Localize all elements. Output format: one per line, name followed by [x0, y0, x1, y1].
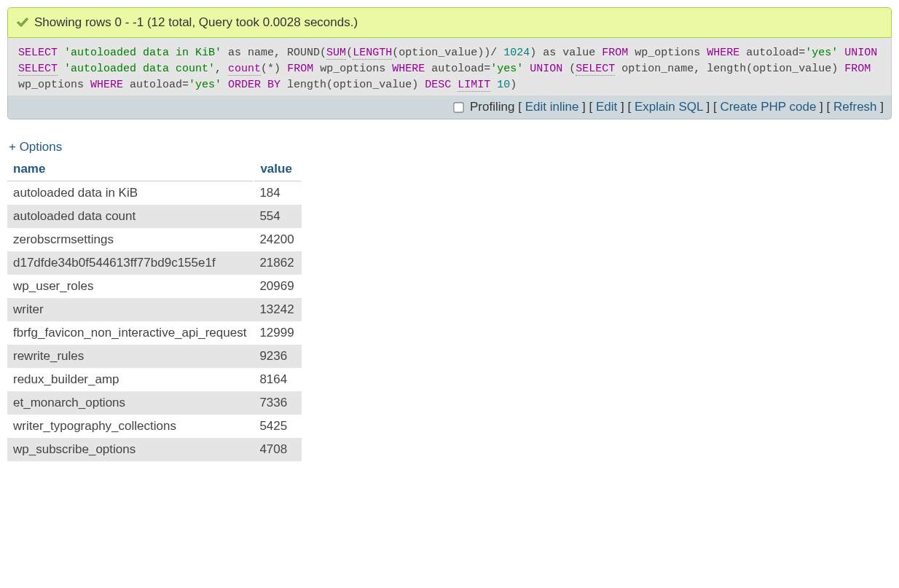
sql-token: 'yes' — [189, 79, 221, 91]
table-row[interactable]: redux_builder_amp8164 — [7, 368, 302, 391]
cell-name: rewrite_rules — [7, 345, 254, 368]
table-row[interactable]: et_monarch_options7336 — [7, 391, 302, 415]
sql-query-display: SELECT 'autoloaded data in KiB' as name,… — [7, 38, 892, 95]
options-toggle[interactable]: + Options — [9, 140, 62, 154]
cell-name: fbrfg_favicon_non_interactive_api_reques… — [7, 321, 254, 345]
cell-value: 21862 — [254, 251, 301, 275]
table-header-row: name value — [7, 157, 302, 181]
sql-token: SELECT — [18, 63, 58, 76]
cell-name: writer_typography_collections — [7, 415, 254, 438]
sql-token: 'yes' — [805, 47, 838, 59]
action-link-edit[interactable]: Edit — [596, 100, 617, 114]
sort-name-link[interactable]: name — [13, 162, 45, 176]
sql-token: 1024 — [503, 47, 530, 59]
sql-token: 'yes' — [490, 63, 523, 75]
cell-value: 184 — [254, 181, 301, 205]
sql-token: LENGTH — [353, 47, 392, 60]
cell-name: wp_user_roles — [7, 275, 254, 298]
profiling-label: Profiling — [470, 100, 514, 114]
column-header-name[interactable]: name — [7, 157, 254, 181]
table-row[interactable]: writer13242 — [7, 298, 302, 321]
cell-value: 20969 — [254, 275, 301, 298]
sort-value-link[interactable]: value — [260, 162, 291, 176]
sql-token: SELECT — [18, 47, 58, 59]
cell-name: wp_subscribe_options — [7, 438, 254, 461]
cell-value: 12999 — [254, 321, 301, 345]
table-row[interactable]: zerobscrmsettings24200 — [7, 228, 302, 251]
table-row[interactable]: autoloaded data in KiB184 — [7, 181, 302, 205]
sql-token: SUM — [326, 47, 346, 60]
table-row[interactable]: rewrite_rules9236 — [7, 345, 302, 368]
sql-token: 'autoloaded data count' — [64, 63, 215, 75]
sql-token: FROM — [287, 63, 313, 75]
action-link-refresh[interactable]: Refresh — [833, 100, 877, 114]
sql-token: count — [228, 63, 261, 76]
table-row[interactable]: writer_typography_collections5425 — [7, 415, 302, 438]
cell-value: 8164 — [254, 368, 301, 391]
sql-token: FROM — [844, 63, 871, 75]
sql-token: 'autoloaded data in KiB' — [64, 47, 221, 59]
cell-name: d17dfde34b0f544613ff77bd9c155e1f — [7, 251, 254, 275]
sql-token: WHERE — [90, 79, 123, 91]
action-link-create-php-code[interactable]: Create PHP code — [720, 100, 816, 114]
cell-value: 9236 — [254, 345, 301, 368]
cell-name: zerobscrmsettings — [7, 228, 254, 251]
query-success-banner: Showing rows 0 - -1 (12 total, Query too… — [7, 7, 892, 38]
table-row[interactable]: wp_user_roles20969 — [7, 275, 302, 298]
table-row[interactable]: autoloaded data count554 — [7, 205, 302, 228]
cell-name: autoloaded data in KiB — [7, 181, 254, 205]
cell-value: 24200 — [254, 228, 301, 251]
cell-value: 5425 — [254, 415, 301, 438]
query-action-bar: Profiling [ Edit inline ] [ Edit ] [ Exp… — [7, 95, 892, 119]
cell-value: 7336 — [254, 391, 301, 415]
sql-token: UNION — [844, 47, 877, 59]
sql-token: UNION — [530, 63, 562, 75]
cell-name: writer — [7, 298, 254, 321]
column-header-value[interactable]: value — [254, 157, 301, 181]
sql-token: FROM — [602, 47, 628, 59]
cell-name: autoloaded data count — [7, 205, 254, 228]
profiling-checkbox[interactable] — [454, 103, 464, 113]
sql-token: WHERE — [707, 47, 739, 59]
cell-value: 13242 — [254, 298, 301, 321]
check-icon — [17, 17, 28, 28]
action-link-explain-sql[interactable]: Explain SQL — [635, 100, 703, 114]
action-link-edit-inline[interactable]: Edit inline — [525, 100, 579, 114]
table-row[interactable]: d17dfde34b0f544613ff77bd9c155e1f21862 — [7, 251, 302, 275]
sql-token: ORDER BY — [228, 79, 280, 91]
sql-token: LIMIT — [458, 79, 490, 92]
sql-token: SELECT — [576, 63, 615, 76]
sql-token: 10 — [497, 79, 510, 91]
results-table: name value autoloaded data in KiB184auto… — [7, 157, 302, 461]
cell-name: redux_builder_amp — [7, 368, 254, 391]
cell-value: 4708 — [254, 438, 301, 461]
cell-value: 554 — [254, 205, 301, 228]
table-row[interactable]: fbrfg_favicon_non_interactive_api_reques… — [7, 321, 302, 345]
sql-token: DESC — [425, 79, 451, 91]
cell-name: et_monarch_options — [7, 391, 254, 415]
sql-token: WHERE — [392, 63, 425, 75]
query-success-text: Showing rows 0 - -1 (12 total, Query too… — [34, 15, 358, 30]
table-row[interactable]: wp_subscribe_options4708 — [7, 438, 302, 461]
